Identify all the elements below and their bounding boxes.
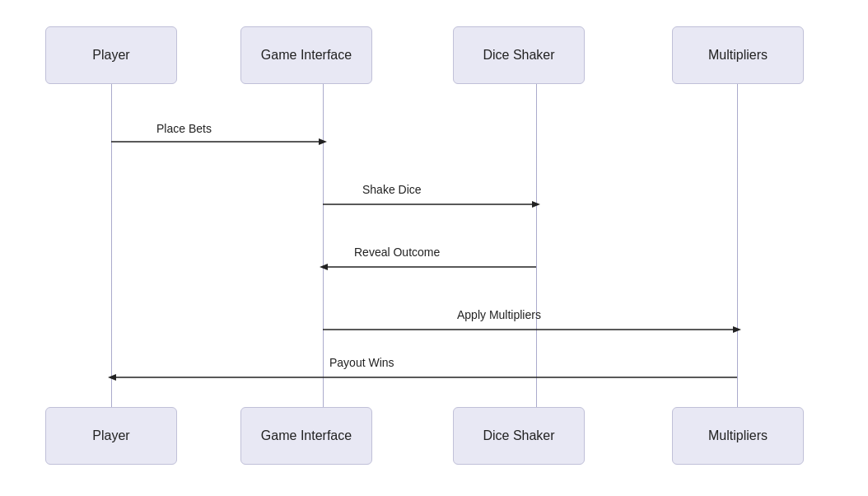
actor-player-bottom: Player	[45, 407, 177, 465]
actor-dice-shaker: Dice Shaker	[453, 26, 585, 84]
actor-multipliers-bottom: Multipliers	[672, 407, 804, 465]
svg-marker-5	[320, 264, 328, 270]
svg-marker-9	[108, 374, 116, 381]
message-shake-dice: Shake Dice	[362, 183, 422, 196]
actor-dice-shaker-bottom: Dice Shaker	[453, 407, 585, 465]
lifeline-game-interface	[323, 84, 324, 407]
message-apply-multipliers: Apply Multipliers	[457, 308, 541, 321]
lifeline-player	[111, 84, 112, 407]
sequence-diagram: Player Game Interface Dice Shaker Multip…	[0, 0, 868, 496]
actor-game-interface: Game Interface	[240, 26, 372, 84]
lifeline-multipliers	[737, 84, 738, 407]
lifeline-dice-shaker	[536, 84, 537, 407]
actor-player: Player	[45, 26, 177, 84]
actor-game-interface-bottom: Game Interface	[240, 407, 372, 465]
actor-multipliers: Multipliers	[672, 26, 804, 84]
message-place-bets: Place Bets	[156, 122, 212, 135]
message-reveal-outcome: Reveal Outcome	[354, 246, 440, 259]
message-payout-wins: Payout Wins	[329, 356, 394, 369]
